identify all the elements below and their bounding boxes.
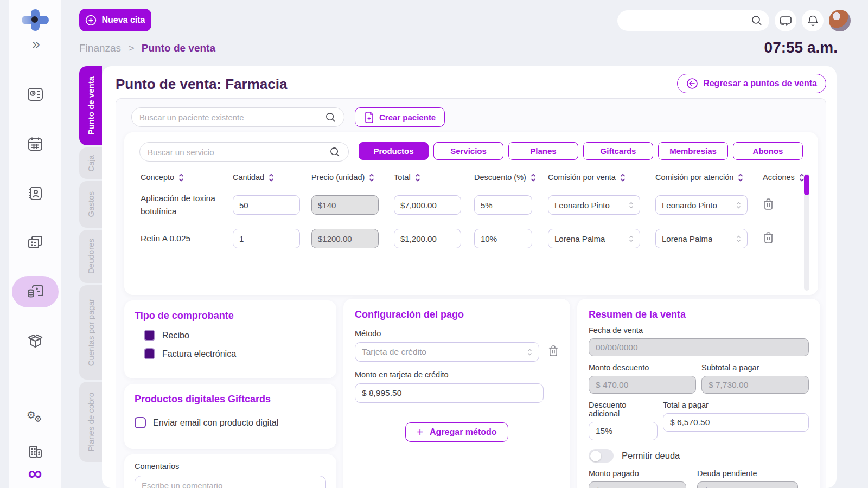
table-row: Retin A 0.025 Lorena Palma Lorena Palma: [141, 229, 792, 248]
sidebar-item-company[interactable]: [12, 440, 59, 464]
patient-search: [131, 107, 344, 127]
pos-workspace: Crear paciente Productos Servicios Plane…: [116, 98, 826, 488]
factura-checkbox[interactable]: [144, 348, 155, 359]
quantity-input[interactable]: [233, 195, 300, 215]
vtab-punto-de-venta[interactable]: Punto de venta: [79, 66, 102, 145]
sidebar: »: [9, 0, 61, 488]
delete-row-button[interactable]: [763, 232, 790, 246]
sale-commission-select[interactable]: Leonardo Pinto: [548, 195, 640, 215]
expand-sidebar-icon[interactable]: »: [32, 36, 37, 53]
discount-input[interactable]: [474, 229, 532, 248]
buildings-icon: [28, 445, 42, 459]
subtotal-input: [701, 376, 809, 394]
extra-discount-input[interactable]: [589, 422, 658, 440]
breadcrumb: Finanzas > Punto de venta: [79, 42, 215, 54]
main-panel: Punto de venta: Farmacia Regresar a punt…: [102, 66, 837, 488]
search-icon[interactable]: [751, 15, 763, 27]
search-icon[interactable]: [329, 146, 341, 158]
sort-icon[interactable]: [178, 174, 184, 182]
patient-search-input[interactable]: [139, 113, 325, 122]
sort-icon[interactable]: [369, 174, 374, 182]
allow-debt-toggle[interactable]: [589, 449, 614, 463]
service-search: [139, 142, 349, 162]
add-method-button[interactable]: + Agregar método: [405, 422, 508, 442]
user-avatar[interactable]: [829, 10, 851, 31]
global-search-input[interactable]: [617, 10, 769, 31]
sidebar-item-settings[interactable]: ⚙⚙: [12, 403, 59, 427]
discount-input[interactable]: [474, 195, 532, 215]
sidebar-item-calendar[interactable]: [12, 128, 59, 159]
notifications-button[interactable]: [802, 10, 824, 31]
discount-amount-label: Monto descuento: [589, 363, 696, 372]
recibo-label: Recibo: [162, 331, 189, 341]
sort-icon[interactable]: [269, 174, 274, 182]
recibo-checkbox[interactable]: [144, 330, 155, 341]
payment-config-card: Configuración del pago Método Tarjeta de…: [343, 299, 570, 488]
sidebar-item-inventory[interactable]: [12, 325, 59, 357]
vtab-deudores[interactable]: Deudores: [79, 230, 102, 283]
send-email-checkbox[interactable]: [135, 417, 146, 428]
service-search-input[interactable]: [148, 147, 329, 157]
amount-label: Monto en tarjeta de crédito: [355, 370, 559, 379]
create-patient-button[interactable]: Crear paciente: [355, 107, 445, 127]
sort-icon[interactable]: [620, 174, 626, 182]
service-commission-select[interactable]: Leonardo Pinto: [655, 195, 748, 215]
card-title: Productos digitales Giftcards: [135, 394, 326, 405]
breadcrumb-separator: >: [128, 42, 134, 54]
chevron-up-down-icon: [629, 202, 634, 209]
back-to-pos-button[interactable]: Regresar a puntos de venta: [677, 74, 826, 93]
clock-time: 07:55 a.m.: [764, 39, 838, 56]
comments-textarea[interactable]: [135, 476, 326, 488]
card-title: Resumen de la venta: [589, 309, 809, 320]
extra-discount-label: Descuento adicional: [589, 401, 658, 418]
scrollbar-thumb[interactable]: [804, 175, 809, 195]
vtab-planes-de-cobro[interactable]: Planes de cobro: [79, 382, 102, 462]
total-input[interactable]: [394, 229, 461, 248]
tab-servicios[interactable]: Servicios: [433, 142, 503, 160]
quantity-input[interactable]: [233, 229, 300, 248]
card-amount-input[interactable]: [355, 383, 544, 403]
delete-row-button[interactable]: [763, 198, 790, 213]
sidebar-item-finanzas[interactable]: [12, 276, 59, 307]
sort-icon[interactable]: [738, 174, 743, 182]
items-table-card: Productos Servicios Planes Giftcards Mem…: [124, 132, 818, 295]
breadcrumb-parent[interactable]: Finanzas: [79, 42, 121, 54]
sidebar-item-records[interactable]: [12, 227, 59, 258]
sale-commission-select[interactable]: Lorena Palma: [548, 229, 640, 248]
tab-giftcards[interactable]: Giftcards: [583, 142, 653, 160]
chevron-up-down-icon: [736, 235, 741, 242]
total-input[interactable]: [394, 195, 461, 215]
tab-planes[interactable]: Planes: [508, 142, 578, 160]
receipt-type-card: Tipo de comprobante Recibo Factura elect…: [124, 300, 336, 378]
new-appointment-button[interactable]: Nueva cita: [79, 9, 151, 31]
plus-icon: +: [417, 426, 423, 439]
footer-infinity-logo: ∞: [28, 464, 42, 483]
total-input[interactable]: [663, 413, 809, 432]
trash-icon: [548, 345, 559, 357]
plus-circle-icon: [85, 15, 97, 26]
money-icon: [27, 285, 43, 299]
payment-method-select[interactable]: Tarjeta de crédito: [355, 342, 539, 362]
tab-abonos[interactable]: Abonos: [733, 142, 803, 160]
messages-button[interactable]: [775, 10, 796, 31]
tab-productos[interactable]: Productos: [359, 142, 429, 160]
sort-icon[interactable]: [415, 174, 420, 182]
trash-icon: [763, 198, 774, 210]
vtab-cuentas-por-pagar[interactable]: Cuentas por pagar: [79, 285, 102, 380]
sale-date-input: [589, 338, 809, 356]
sidebar-item-patients[interactable]: [12, 177, 59, 209]
table-header-row: Concepto Cantidad Precio (unidad) Total …: [141, 173, 792, 182]
sort-icon[interactable]: [531, 174, 536, 182]
sidebar-item-dashboard[interactable]: [12, 79, 59, 110]
service-commission-select[interactable]: Lorena Palma: [655, 229, 748, 248]
table-scrollbar[interactable]: [804, 174, 809, 291]
tab-membresias[interactable]: Membresias: [658, 142, 728, 160]
vtab-caja[interactable]: Caja: [79, 147, 102, 179]
delete-method-button[interactable]: [548, 345, 559, 359]
gears-icon: ⚙⚙: [27, 410, 43, 420]
vtab-gastos[interactable]: Gastos: [79, 181, 102, 228]
method-label: Método: [355, 329, 559, 338]
search-icon[interactable]: [325, 112, 336, 123]
sale-summary-card: Resumen de la venta Fecha de venta Monto…: [577, 299, 820, 488]
send-email-label: Enviar email con producto digital: [153, 418, 278, 428]
